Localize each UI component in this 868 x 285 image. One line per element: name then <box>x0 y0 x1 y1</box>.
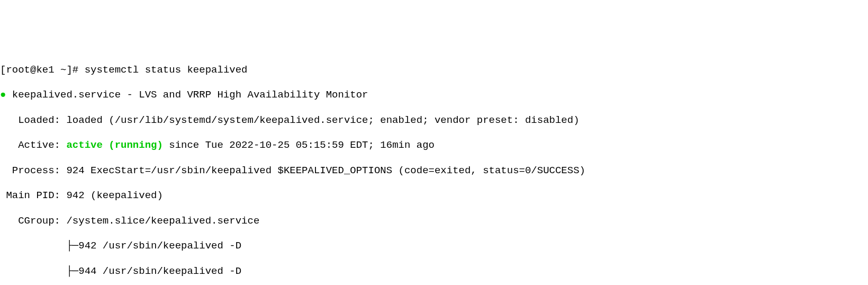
service-name-desc: keepalived.service - LVS and VRRP High A… <box>6 89 368 101</box>
main-pid-line: Main PID: 942 (keepalived) <box>0 190 868 202</box>
command-line: [root@ke1 ~]# systemctl status keepalive… <box>0 64 868 77</box>
cgroup-child-2: ├─944 /usr/sbin/keepalived -D <box>0 265 868 278</box>
status-dot-icon: ● <box>0 89 6 102</box>
active-line: Active: active (running) since Tue 2022-… <box>0 139 868 152</box>
service-header-line: ● keepalived.service - LVS and VRRP High… <box>0 89 868 102</box>
cgroup-line: CGroup: /system.slice/keepalived.service <box>0 215 868 228</box>
active-label: Active: <box>0 139 66 151</box>
active-since: since Tue 2022-10-25 05:15:59 EDT; 16min… <box>163 139 435 151</box>
active-state: active (running) <box>66 139 162 151</box>
shell-prompt: [root@ke1 ~]# <box>0 64 85 76</box>
process-line: Process: 924 ExecStart=/usr/sbin/keepali… <box>0 165 868 177</box>
terminal-output[interactable]: [root@ke1 ~]# systemctl status keepalive… <box>0 50 868 285</box>
loaded-line: Loaded: loaded (/usr/lib/systemd/system/… <box>0 114 868 127</box>
typed-command: systemctl status keepalived <box>85 64 248 76</box>
cgroup-child-1: ├─942 /usr/sbin/keepalived -D <box>0 240 868 253</box>
